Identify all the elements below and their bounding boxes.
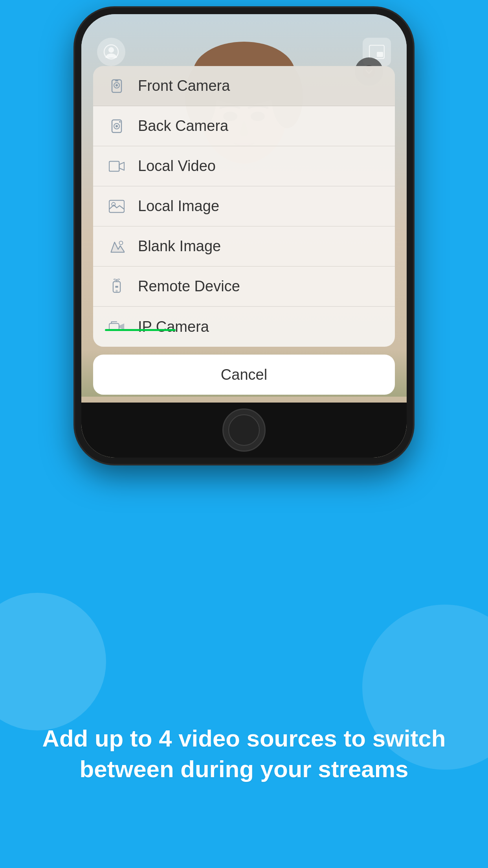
profile-icon[interactable]	[97, 38, 125, 66]
back-camera-icon	[107, 117, 126, 136]
local-video-icon	[107, 157, 126, 176]
action-item-back-camera[interactable]: Back Camera	[93, 106, 395, 146]
front-camera-label: Front Camera	[138, 77, 230, 94]
action-sheet-main: Front Camera Back Camera	[93, 66, 395, 347]
local-image-icon	[107, 197, 126, 216]
active-tab-indicator	[105, 329, 176, 331]
svg-rect-27	[115, 286, 118, 288]
local-video-label: Local Video	[138, 158, 216, 175]
action-sheet: Front Camera Back Camera	[93, 66, 395, 395]
back-camera-label: Back Camera	[138, 118, 228, 134]
blank-image-icon	[107, 237, 126, 256]
front-camera-icon	[107, 77, 126, 96]
remote-device-label: Remote Device	[138, 278, 240, 295]
phone-frame: Front Camera Back Camera	[75, 8, 413, 464]
svg-rect-10	[377, 52, 383, 57]
remote-device-icon	[107, 277, 126, 296]
home-button-inner	[228, 414, 260, 446]
home-button[interactable]	[222, 408, 266, 452]
top-bar	[81, 38, 407, 66]
svg-rect-21	[109, 200, 124, 212]
phone-bottom-bar	[81, 403, 407, 458]
cancel-button[interactable]: Cancel	[93, 355, 395, 395]
svg-point-28	[116, 290, 117, 292]
bottom-text-area: Add up to 4 video sources to switch betw…	[0, 640, 488, 868]
action-item-ip-camera[interactable]: IP Camera	[93, 307, 395, 347]
local-image-label: Local Image	[138, 198, 219, 215]
blank-image-label: Blank Image	[138, 238, 221, 255]
camera-preview: Front Camera Back Camera	[81, 14, 407, 458]
svg-rect-15	[115, 80, 118, 81]
svg-rect-20	[109, 161, 119, 171]
svg-point-8	[108, 47, 114, 53]
svg-point-19	[119, 121, 121, 123]
action-item-front-camera[interactable]: Front Camera	[93, 66, 395, 106]
svg-point-24	[119, 241, 123, 245]
ip-camera-icon	[107, 317, 126, 336]
svg-point-18	[116, 125, 118, 127]
phone-screen: Front Camera Back Camera	[81, 14, 407, 458]
svg-point-14	[116, 84, 118, 86]
ip-camera-label: IP Camera	[138, 318, 209, 335]
action-item-blank-image[interactable]: Blank Image	[93, 226, 395, 267]
action-item-local-video[interactable]: Local Video	[93, 146, 395, 186]
cancel-label: Cancel	[221, 366, 267, 383]
action-item-remote-device[interactable]: Remote Device	[93, 267, 395, 307]
bottom-description: Add up to 4 video sources to switch betw…	[31, 723, 457, 785]
action-item-local-image[interactable]: Local Image	[93, 186, 395, 226]
